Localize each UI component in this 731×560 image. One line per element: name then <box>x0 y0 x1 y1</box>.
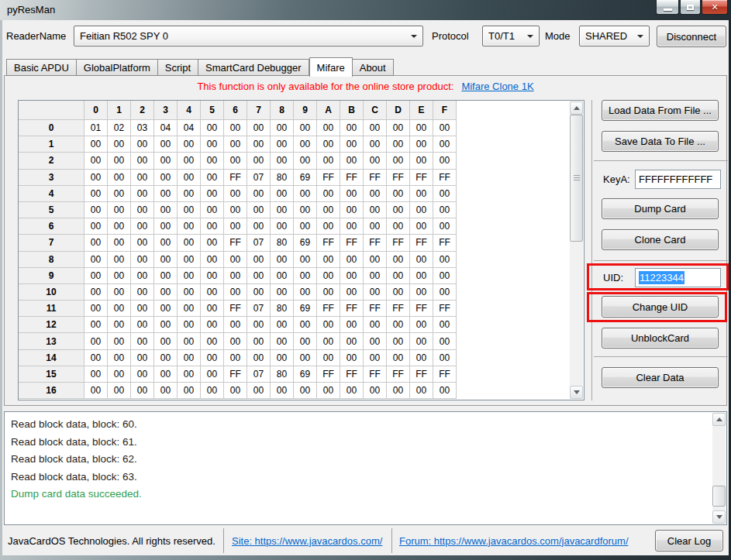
clear-log-button[interactable]: Clear Log <box>655 530 723 551</box>
hex-cell[interactable]: 00 <box>410 333 433 349</box>
hex-cell[interactable]: 00 <box>178 186 201 202</box>
hex-cell[interactable]: 00 <box>84 235 108 251</box>
hex-cell[interactable]: 00 <box>247 218 271 235</box>
hex-cell[interactable]: FF <box>364 366 387 383</box>
hex-cell[interactable]: 07 <box>247 235 271 251</box>
hex-cell[interactable]: 00 <box>154 383 178 399</box>
hex-cell[interactable]: FF <box>317 366 340 383</box>
hex-cell[interactable]: 00 <box>154 350 178 366</box>
hex-cell[interactable]: 00 <box>131 136 154 153</box>
hex-cell[interactable]: FF <box>410 170 433 186</box>
hex-cell[interactable]: 00 <box>84 350 108 366</box>
hex-cell[interactable]: 00 <box>247 136 271 153</box>
hex-cell[interactable]: FF <box>224 301 247 317</box>
hex-cell[interactable]: 00 <box>201 366 224 383</box>
hex-cell[interactable]: 00 <box>340 284 364 301</box>
hex-cell[interactable]: 00 <box>271 383 294 399</box>
hex-cell[interactable]: 69 <box>294 366 317 383</box>
hex-cell[interactable]: 00 <box>247 383 271 399</box>
hex-cell[interactable]: 00 <box>364 333 387 349</box>
hex-cell[interactable]: 00 <box>247 153 271 169</box>
hex-cell[interactable]: 00 <box>84 218 108 235</box>
hex-cell[interactable]: 00 <box>387 218 410 235</box>
protocol-combobox[interactable]: T0/T1 <box>482 26 540 46</box>
hex-cell[interactable]: 00 <box>271 333 294 349</box>
hex-cell[interactable]: 00 <box>340 268 364 284</box>
hex-cell[interactable]: 00 <box>247 252 271 268</box>
hex-cell[interactable]: 00 <box>108 136 131 153</box>
hex-cell[interactable]: 00 <box>364 252 387 268</box>
hex-cell[interactable]: 00 <box>271 153 294 169</box>
hex-cell[interactable]: 00 <box>387 268 410 284</box>
scrollbar-thumb[interactable] <box>570 115 583 242</box>
hex-cell[interactable]: 00 <box>131 317 154 333</box>
hex-cell[interactable]: 07 <box>247 170 271 186</box>
clone-card-button[interactable]: Clone Card <box>602 229 719 250</box>
hex-cell[interactable]: 00 <box>317 218 340 235</box>
hex-cell[interactable]: 00 <box>294 252 317 268</box>
hex-cell[interactable]: 00 <box>271 202 294 218</box>
hex-cell[interactable]: 00 <box>433 317 457 333</box>
hex-cell[interactable]: 00 <box>317 202 340 218</box>
hex-cell[interactable]: 80 <box>271 235 294 251</box>
scroll-up-icon[interactable] <box>570 101 583 115</box>
hex-cell[interactable]: 00 <box>131 301 154 317</box>
hex-cell[interactable]: 00 <box>178 301 201 317</box>
hex-cell[interactable]: 00 <box>201 170 224 186</box>
hex-cell[interactable]: 00 <box>433 202 457 218</box>
hex-cell[interactable]: 00 <box>433 252 457 268</box>
hex-cell[interactable]: 00 <box>340 186 364 202</box>
hex-cell[interactable]: FF <box>224 366 247 383</box>
hex-cell[interactable]: 00 <box>108 202 131 218</box>
hex-cell[interactable]: 00 <box>201 252 224 268</box>
hex-cell[interactable]: 00 <box>387 136 410 153</box>
hex-cell[interactable]: 00 <box>201 235 224 251</box>
hex-cell[interactable]: 00 <box>108 252 131 268</box>
hex-cell[interactable]: FF <box>387 170 410 186</box>
hex-cell[interactable]: 00 <box>84 317 108 333</box>
hex-cell[interactable]: 00 <box>84 202 108 218</box>
hex-cell[interactable]: 00 <box>294 186 317 202</box>
hex-cell[interactable]: 00 <box>201 317 224 333</box>
hex-cell[interactable]: 00 <box>317 284 340 301</box>
hex-cell[interactable]: 00 <box>247 268 271 284</box>
hex-cell[interactable]: FF <box>317 301 340 317</box>
hex-cell[interactable]: FF <box>433 170 457 186</box>
hex-cell[interactable]: 00 <box>340 153 364 169</box>
hex-cell[interactable]: 00 <box>387 153 410 169</box>
hex-cell[interactable]: 00 <box>154 252 178 268</box>
hex-cell[interactable]: 00 <box>317 153 340 169</box>
hex-cell[interactable]: 00 <box>340 202 364 218</box>
hex-cell[interactable]: 04 <box>178 120 201 136</box>
hex-cell[interactable]: 00 <box>178 284 201 301</box>
tab-basic-apdu[interactable]: Basic APDU <box>6 59 77 76</box>
hex-cell[interactable]: 00 <box>108 153 131 169</box>
hex-cell[interactable]: 00 <box>178 202 201 218</box>
hex-cell[interactable]: 00 <box>84 186 108 202</box>
close-button[interactable]: ✕ <box>702 0 728 15</box>
hex-cell[interactable]: 80 <box>271 170 294 186</box>
hex-cell[interactable]: 00 <box>294 202 317 218</box>
hex-cell[interactable]: 00 <box>154 333 178 349</box>
hex-cell[interactable]: 00 <box>294 218 317 235</box>
mifare-clone-link[interactable]: Mifare Clone 1K <box>461 81 533 92</box>
hex-cell[interactable]: 00 <box>154 317 178 333</box>
hex-cell[interactable]: 00 <box>131 170 154 186</box>
hex-cell[interactable]: 03 <box>131 120 154 136</box>
hex-cell[interactable]: FF <box>387 301 410 317</box>
hex-cell[interactable]: 00 <box>224 284 247 301</box>
hex-cell[interactable]: 00 <box>247 350 271 366</box>
hex-cell[interactable]: 00 <box>131 153 154 169</box>
hex-cell[interactable]: 00 <box>108 170 131 186</box>
hex-cell[interactable]: 00 <box>410 218 433 235</box>
hex-cell[interactable]: FF <box>410 366 433 383</box>
hex-cell[interactable]: 00 <box>410 383 433 399</box>
hex-cell[interactable]: 00 <box>364 218 387 235</box>
hex-cell[interactable]: 00 <box>224 317 247 333</box>
hex-cell[interactable]: 00 <box>364 317 387 333</box>
hex-cell[interactable]: 00 <box>317 333 340 349</box>
change-uid-button[interactable]: Change UID <box>602 296 719 318</box>
hex-cell[interactable]: 00 <box>247 333 271 349</box>
hex-cell[interactable]: 00 <box>108 333 131 349</box>
hex-cell[interactable]: 00 <box>364 202 387 218</box>
